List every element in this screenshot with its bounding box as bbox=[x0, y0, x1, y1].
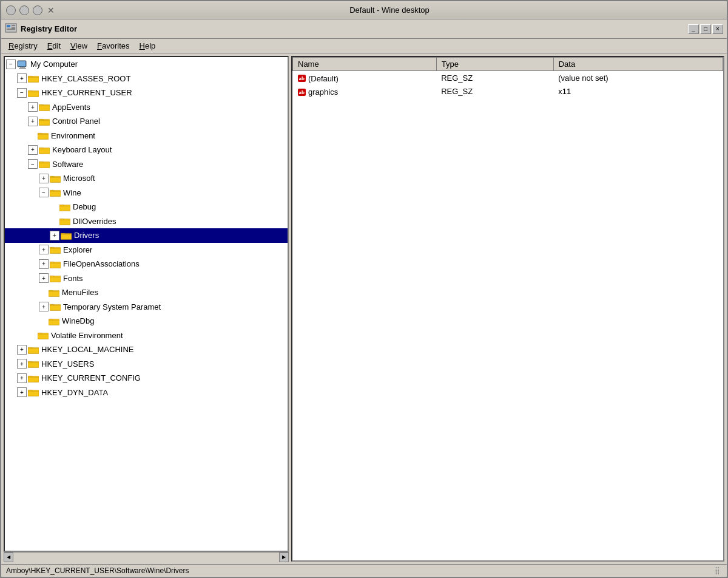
tree-item-label: HKEY_CURRENT_CONFIG bbox=[41, 372, 141, 384]
value-type: REG_SZ bbox=[436, 85, 553, 99]
tree-item-environment[interactable]: Environment bbox=[5, 129, 288, 143]
tree-expander[interactable]: + bbox=[39, 273, 49, 283]
tree-item-label: MenuFiles bbox=[62, 287, 98, 299]
tree-item-hkey-current-user[interactable]: − HKEY_CURRENT_USER bbox=[5, 86, 288, 100]
horizontal-scrollbar[interactable]: ◀ ▶ bbox=[4, 552, 289, 562]
minimize-button[interactable] bbox=[19, 5, 29, 15]
tree-expander[interactable]: + bbox=[17, 345, 27, 355]
svg-rect-71 bbox=[28, 362, 39, 367]
table-header-row: Name Type Data bbox=[293, 58, 723, 71]
tree-expander[interactable]: − bbox=[28, 159, 38, 169]
svg-rect-26 bbox=[39, 149, 50, 154]
tree-item-software[interactable]: − Software bbox=[5, 157, 288, 172]
tree-item-appevents[interactable]: + AppEvents bbox=[5, 100, 288, 115]
scroll-right-button[interactable]: ▶ bbox=[279, 552, 289, 562]
tree-item-hkey-classes-root[interactable]: + HKEY_CLASSES_ROOT bbox=[5, 72, 288, 86]
app-minimize-button[interactable]: _ bbox=[688, 24, 699, 34]
svg-rect-20 bbox=[39, 120, 50, 125]
resize-grip: ⣿ bbox=[715, 566, 722, 575]
tree-item-hkey-current-config[interactable]: + HKEY_CURRENT_CONFIG bbox=[5, 371, 288, 386]
tree-item-label: Explorer bbox=[63, 244, 92, 256]
menu-view[interactable]: View bbox=[66, 40, 92, 52]
tree-expander[interactable]: + bbox=[39, 245, 49, 254]
svg-rect-14 bbox=[28, 92, 39, 97]
tree-item-fileopenassociations[interactable]: + FileOpenAssociations bbox=[5, 257, 288, 271]
svg-rect-6 bbox=[18, 61, 25, 66]
tree-panel[interactable]: − My Computer+ HKEY_CLASSES_ROOT− HKEY_C… bbox=[4, 56, 289, 552]
tree-item-label: HKEY_LOCAL_MACHINE bbox=[41, 344, 133, 356]
app-title: Registry Editor bbox=[21, 24, 77, 33]
tree-item-temporary-system-parameters[interactable]: + Temporary System Paramet bbox=[5, 300, 288, 314]
tree-expander[interactable]: + bbox=[39, 302, 49, 311]
svg-rect-74 bbox=[28, 377, 39, 382]
app-close-button[interactable]: × bbox=[712, 24, 723, 34]
tree-expander[interactable]: + bbox=[50, 231, 59, 240]
tree-item-wine[interactable]: − Wine bbox=[5, 186, 288, 200]
tree-item-hkey-local-machine[interactable]: + HKEY_LOCAL_MACHINE bbox=[5, 342, 288, 357]
tree-item-microsoft[interactable]: + Microsoft bbox=[5, 171, 288, 186]
menu-registry[interactable]: Registry bbox=[4, 40, 42, 52]
app-maximize-button[interactable]: □ bbox=[700, 24, 711, 34]
svg-rect-44 bbox=[61, 234, 72, 239]
tree-expander[interactable]: − bbox=[17, 88, 27, 98]
menu-favorites[interactable]: Favorites bbox=[92, 40, 134, 52]
tree-expander[interactable]: + bbox=[17, 359, 27, 369]
folder-icon bbox=[39, 103, 50, 111]
close-button[interactable] bbox=[6, 5, 16, 15]
table-row[interactable]: ab(Default)REG_SZ(value not set) bbox=[293, 71, 723, 85]
scroll-track[interactable] bbox=[13, 552, 279, 562]
value-name: ab(Default) bbox=[293, 71, 437, 85]
folder-icon bbox=[50, 174, 61, 183]
tree-item-explorer[interactable]: + Explorer bbox=[5, 243, 288, 257]
folder-icon bbox=[28, 388, 39, 396]
tree-item-dlloverrides[interactable]: DllOverrides bbox=[5, 214, 288, 229]
svg-rect-17 bbox=[39, 106, 50, 110]
tree-expander[interactable]: + bbox=[17, 373, 27, 383]
svg-rect-38 bbox=[59, 206, 70, 211]
tree-item-hkey-users[interactable]: + HKEY_USERS bbox=[5, 357, 288, 372]
folder-icon bbox=[39, 160, 50, 168]
tree-item-drivers[interactable]: + Drivers bbox=[5, 228, 288, 243]
tree-item-label: HKEY_DYN_DATA bbox=[41, 387, 108, 399]
folder-icon bbox=[38, 131, 49, 140]
tree-item-volatile-environment[interactable]: Volatile Environment bbox=[5, 328, 288, 343]
tree-item-fonts[interactable]: + Fonts bbox=[5, 271, 288, 286]
menu-help[interactable]: Help bbox=[135, 40, 161, 52]
svg-rect-47 bbox=[50, 248, 61, 253]
wine-icon: ✕ bbox=[47, 5, 55, 15]
values-panel[interactable]: Name Type Data ab(Default)REG_SZ(value n… bbox=[291, 56, 724, 562]
value-type: REG_SZ bbox=[436, 71, 553, 85]
tree-expander[interactable]: + bbox=[39, 259, 49, 269]
edit-underline: E bbox=[47, 41, 53, 50]
tree-expander[interactable]: + bbox=[28, 102, 38, 112]
reg-badge: ab bbox=[298, 75, 306, 82]
menu-edit[interactable]: Edit bbox=[42, 40, 66, 52]
tree-expander[interactable]: + bbox=[39, 174, 49, 183]
svg-rect-35 bbox=[50, 191, 61, 196]
tree-item-winedbg[interactable]: WineDbg bbox=[5, 314, 288, 328]
tree-item-my-computer[interactable]: − My Computer bbox=[5, 57, 288, 72]
tree-expander[interactable]: + bbox=[17, 73, 27, 83]
tree-expander[interactable]: − bbox=[6, 59, 16, 69]
tree-item-menufiles[interactable]: MenuFiles bbox=[5, 285, 288, 300]
tree-item-hkey-dyn-data[interactable]: + HKEY_DYN_DATA bbox=[5, 386, 288, 400]
tree-expander[interactable]: − bbox=[39, 188, 49, 197]
tree-item-label: AppEvents bbox=[52, 101, 90, 114]
tree-item-control-panel[interactable]: + Control Panel bbox=[5, 114, 288, 129]
scroll-left-button[interactable]: ◀ bbox=[4, 552, 13, 562]
svg-rect-4 bbox=[7, 29, 15, 30]
app-title-bar: Registry Editor _ □ × bbox=[1, 19, 727, 39]
folder-icon bbox=[28, 345, 39, 354]
tree-expander[interactable]: + bbox=[17, 387, 27, 397]
tree-expander[interactable]: + bbox=[28, 145, 38, 155]
table-row[interactable]: abgraphicsREG_SZx11 bbox=[293, 85, 723, 99]
folder-icon bbox=[50, 260, 61, 268]
status-bar: Amboy\HKEY_CURRENT_USER\Software\Wine\Dr… bbox=[1, 564, 727, 577]
maximize-button[interactable] bbox=[33, 5, 42, 15]
tree-item-label: DllOverrides bbox=[73, 216, 116, 228]
folder-icon bbox=[28, 359, 39, 368]
reg-icon: abgraphics bbox=[298, 87, 339, 97]
tree-item-debug[interactable]: Debug bbox=[5, 200, 288, 214]
tree-expander[interactable]: + bbox=[28, 117, 38, 126]
tree-item-keyboard-layout[interactable]: + Keyboard Layout bbox=[5, 143, 288, 157]
